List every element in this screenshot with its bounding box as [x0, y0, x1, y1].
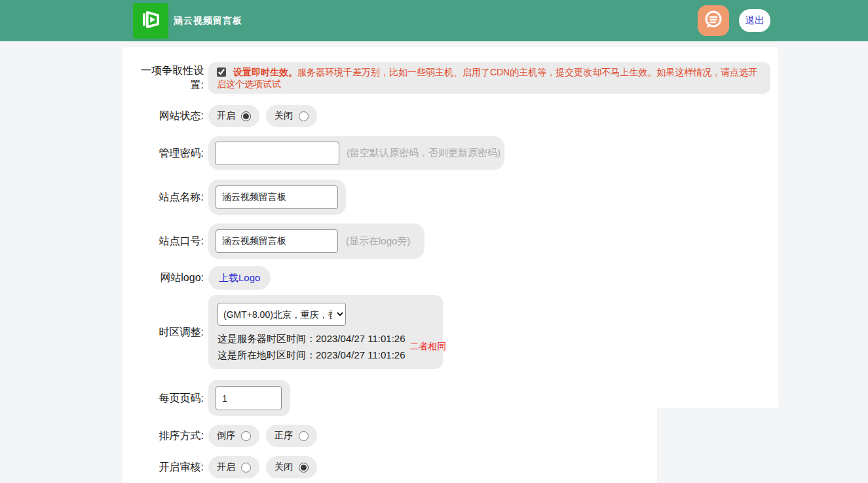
row-site-logo: 网站logo: 上载Logo: [123, 266, 778, 290]
admin-password-input[interactable]: [215, 142, 339, 165]
app-logo[interactable]: [133, 3, 168, 39]
site-slogan-box: (显示在logo旁): [208, 223, 425, 259]
site-slogan-label: 站点口号:: [159, 234, 204, 248]
logout-button[interactable]: 退出: [739, 9, 770, 32]
site-status-option-off[interactable]: 关闭: [266, 105, 317, 127]
site-slogan-hint: (显示在logo旁): [346, 235, 410, 248]
timezone-same-note: 二者相同: [410, 341, 447, 353]
row-instant-setting: 一项争取性设置: 设置即时生效。服务器环境千差万别，比如一些弱主机、启用了CDN…: [123, 62, 778, 94]
row-site-name: 站点名称:: [123, 180, 778, 215]
local-time-text: 这是所在地时区时间：2023/04/27 11:01:26: [217, 347, 406, 363]
audit-label: 开启审核:: [159, 460, 204, 474]
site-name-input[interactable]: [216, 185, 338, 209]
option-label: 关闭: [274, 110, 293, 122]
timezone-times: 这是服务器时区时间：2023/04/27 11:01:26 这是所在地时区时间：…: [217, 330, 406, 363]
sort-order-radio-asc[interactable]: [299, 431, 309, 441]
audit-option-on[interactable]: 开启: [208, 456, 259, 478]
server-time-text: 这是服务器时区时间：2023/04/27 11:01:26: [217, 330, 406, 347]
chat-bubble-icon: [702, 9, 725, 33]
site-status-radio-on[interactable]: [241, 111, 251, 121]
page-size-label: 每页页码:: [159, 391, 204, 406]
option-label: 开启: [217, 461, 235, 473]
option-label: 关闭: [274, 461, 293, 473]
site-name-box: [208, 180, 346, 215]
option-label: 开启: [217, 110, 235, 122]
app-title: 涵云视频留言板: [174, 0, 242, 41]
site-status-label: 网站状态:: [159, 109, 204, 123]
timezone-select[interactable]: (GMT+8.00)北京，重庆，香港: [217, 303, 346, 326]
row-admin-password: 管理密码: (留空默认原密码，否则更新原密码): [123, 136, 778, 170]
background-notch: [657, 408, 868, 483]
admin-password-label: 管理密码:: [159, 146, 204, 161]
play-flag-logo-icon: [138, 7, 164, 35]
sort-order-option-desc[interactable]: 倒序: [208, 425, 259, 447]
option-label: 正序: [274, 430, 293, 442]
audit-radio-off[interactable]: [299, 463, 309, 473]
sort-order-radio-desc[interactable]: [241, 431, 251, 441]
option-label: 倒序: [217, 430, 235, 442]
sort-order-option-asc[interactable]: 正序: [266, 425, 317, 447]
audit-radio-on[interactable]: [241, 463, 251, 473]
site-status-option-on[interactable]: 开启: [208, 105, 259, 127]
audit-option-off[interactable]: 关闭: [266, 456, 317, 478]
page-size-input[interactable]: [216, 386, 282, 410]
row-site-status: 网站状态: 开启 关闭: [123, 105, 778, 127]
message-button[interactable]: [698, 5, 729, 36]
site-name-label: 站点名称:: [159, 190, 204, 204]
page-size-box: [208, 380, 290, 416]
site-status-radio-off[interactable]: [299, 111, 309, 121]
site-logo-label: 网站logo:: [160, 271, 204, 285]
site-slogan-input[interactable]: [216, 229, 338, 253]
row-site-slogan: 站点口号: (显示在logo旁): [123, 223, 778, 259]
timezone-box: (GMT+8.00)北京，重庆，香港 这是服务器时区时间：2023/04/27 …: [208, 295, 443, 369]
site-logo-box: 上载Logo: [208, 266, 271, 290]
instant-setting-warning-box: 设置即时生效。服务器环境千差万别，比如一些弱主机、启用了CDN的主机等，提交更改…: [208, 62, 770, 94]
admin-password-hint: (留空默认原密码，否则更新原密码): [347, 147, 500, 159]
row-timezone: 时区调整: (GMT+8.00)北京，重庆，香港 这是服务器时区时间：2023/…: [123, 295, 778, 369]
upload-logo-link[interactable]: 上载Logo: [219, 272, 260, 284]
admin-password-box: (留空默认原密码，否则更新原密码): [208, 136, 504, 170]
instant-effect-checkbox[interactable]: [217, 68, 226, 77]
sort-order-label: 排序方式:: [159, 429, 204, 443]
instant-setting-label: 一项争取性设置:: [138, 64, 204, 92]
app-header: 涵云视频留言板 退出: [0, 0, 868, 41]
timezone-label: 时区调整:: [159, 325, 204, 339]
warning-body-text: 服务器环境千差万别，比如一些弱主机、启用了CDN的主机等，提交更改却不马上生效。…: [217, 67, 757, 89]
warning-lead-text: 设置即时生效。: [233, 67, 297, 77]
